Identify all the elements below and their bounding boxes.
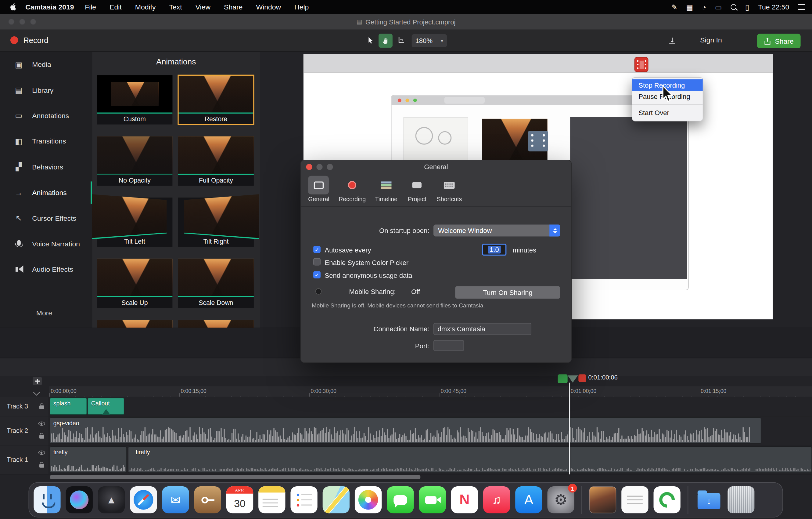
lock-icon[interactable]	[39, 435, 44, 439]
playhead-in-handle[interactable]	[558, 374, 568, 383]
lock-icon[interactable]	[39, 405, 44, 409]
port-field[interactable]	[433, 340, 464, 351]
menu-clock[interactable]: Tue 22:50	[758, 3, 789, 11]
tab-timeline[interactable]: Timeline	[375, 174, 398, 202]
track-header[interactable]: Track 2	[0, 416, 49, 445]
dock-mail-icon[interactable]: ✉	[162, 486, 189, 513]
sidebar-more-button[interactable]: More	[36, 309, 52, 317]
crop-tool-button[interactable]	[394, 34, 408, 48]
sidebar-item-behaviors[interactable]: ▞Behaviors	[0, 154, 92, 180]
animation-tile-no-opacity[interactable]: No Opacity	[97, 136, 172, 186]
dock-calendar-icon[interactable]: APR 30	[226, 486, 253, 513]
sidebar-item-library[interactable]: ▤Library	[0, 78, 92, 103]
animation-tile-tilt-right[interactable]: Tilt Right	[178, 197, 254, 247]
dock-system-preferences-icon[interactable]: ⚙ 1	[547, 486, 574, 513]
pan-tool-button[interactable]	[379, 34, 393, 48]
dialog-titlebar[interactable]: General	[301, 160, 571, 174]
sidebar-item-audio-effects[interactable]: Audio Effects	[0, 257, 92, 282]
dock-image-file-icon[interactable]	[589, 486, 616, 513]
collapse-tracks-icon[interactable]	[33, 389, 40, 395]
autosave-checkbox[interactable]: ✓	[313, 246, 321, 253]
autosave-minutes-field[interactable]: 1.0	[482, 244, 507, 255]
menu-share[interactable]: Share	[217, 3, 249, 11]
close-button[interactable]	[8, 19, 14, 25]
animation-tile-full-opacity[interactable]: Full Opacity	[178, 136, 254, 186]
apple-logo-icon[interactable]	[10, 3, 17, 11]
dock-reminders-icon[interactable]	[290, 486, 317, 513]
animation-tile-restore[interactable]: Restore	[178, 75, 254, 124]
dock-notes-icon[interactable]	[258, 486, 285, 513]
tab-recording[interactable]: Recording	[339, 174, 366, 202]
recorder-film-icon[interactable]	[635, 57, 648, 72]
dock-launchpad-icon[interactable]: ▲	[98, 486, 125, 513]
pointer-tool-button[interactable]	[364, 34, 378, 48]
canvas-zoom-dropdown[interactable]: 180% ▾	[412, 34, 447, 47]
sidebar-item-voice-narration[interactable]: Voice Narration	[0, 231, 92, 257]
clip-firefly-2[interactable]: firefly	[128, 446, 812, 473]
share-button[interactable]: Share	[757, 34, 801, 48]
dock-siri-icon[interactable]	[66, 486, 93, 513]
menu-edit[interactable]: Edit	[103, 3, 128, 11]
connection-name-field[interactable]: dmx's Camtasia	[433, 323, 531, 335]
clip-gsp-video[interactable]: gsp-video	[50, 417, 761, 444]
notification-center-icon[interactable]	[798, 4, 805, 9]
sidebar-item-media[interactable]: ▣Media	[0, 52, 92, 78]
dock-finder-icon[interactable]	[34, 486, 60, 513]
dock-music-icon[interactable]: ♫	[483, 486, 510, 513]
zoom-button[interactable]	[30, 19, 36, 25]
menu-modify[interactable]: Modify	[128, 3, 163, 11]
tab-shortcuts[interactable]: Shortcuts	[437, 174, 462, 202]
menu-item-start-over[interactable]: Start Over	[632, 107, 703, 118]
playhead-handle[interactable]	[568, 376, 578, 383]
lock-icon[interactable]	[39, 464, 44, 468]
playhead-line[interactable]	[569, 383, 570, 474]
spotlight-search-icon[interactable]	[730, 4, 736, 10]
record-button[interactable]: Record	[10, 36, 49, 45]
animation-tile-scale-up[interactable]: Scale Up	[97, 258, 172, 308]
sidebar-item-annotations[interactable]: ▭Annotations	[0, 103, 92, 129]
sign-in-button[interactable]: Sign In	[700, 36, 722, 44]
playhead-out-handle[interactable]	[578, 374, 586, 382]
usage-data-checkbox[interactable]: ✓	[313, 271, 321, 278]
eye-icon[interactable]	[38, 450, 45, 455]
add-track-button[interactable]	[33, 377, 42, 385]
dock-facetime-icon[interactable]	[419, 486, 446, 513]
timer-icon[interactable]: ◔	[702, 3, 706, 11]
menu-text[interactable]: Text	[162, 3, 188, 11]
color-picker-checkbox[interactable]	[313, 258, 321, 266]
menu-help[interactable]: Help	[288, 3, 315, 11]
pen-icon[interactable]: ✎	[671, 3, 677, 11]
animation-tile-partial[interactable]	[97, 320, 172, 328]
sidebar-item-animations[interactable]: →Animations	[0, 180, 92, 206]
dock-safari-icon[interactable]	[130, 486, 157, 513]
sidebar-item-transitions[interactable]: ◧Transitions	[0, 129, 92, 154]
startup-dropdown[interactable]: Welcome Window	[433, 224, 560, 236]
dock-trash-icon[interactable]	[727, 486, 754, 513]
clip-splash[interactable]: splash	[50, 398, 87, 415]
clip-firefly-1[interactable]: firefly	[50, 446, 127, 473]
menu-view[interactable]: View	[189, 3, 217, 11]
animation-tile-custom[interactable]: Custom	[97, 75, 172, 124]
app-menu-title[interactable]: Camtasia 2019	[25, 3, 74, 11]
dock-downloads-folder-icon[interactable]: ↓	[695, 486, 722, 513]
animation-tile-scale-down[interactable]: Scale Down	[178, 258, 254, 308]
tab-general[interactable]: General	[308, 174, 329, 202]
minimize-button[interactable]	[19, 19, 25, 25]
dock-document-icon[interactable]	[621, 486, 648, 513]
dock-news-icon[interactable]: N	[451, 486, 478, 513]
export-button[interactable]	[665, 34, 679, 48]
tab-project[interactable]: Project	[407, 174, 427, 202]
sidebar-item-cursor-effects[interactable]: ↖Cursor Effects	[0, 206, 92, 231]
turn-on-sharing-button[interactable]: Turn On Sharing	[455, 286, 560, 299]
display-mirroring-icon[interactable]: ▭	[715, 3, 722, 11]
menu-window[interactable]: Window	[249, 3, 288, 11]
dock-keychain-icon[interactable]	[194, 486, 221, 513]
eye-icon[interactable]	[38, 421, 45, 426]
track-header[interactable]: Track 1	[0, 445, 49, 474]
dock-maps-icon[interactable]	[323, 486, 350, 513]
keyboard-grid-icon[interactable]: ▦	[686, 3, 693, 11]
dock-app-store-icon[interactable]: A	[515, 486, 542, 513]
dock-photos-icon[interactable]	[355, 486, 382, 513]
dock-messages-icon[interactable]	[387, 486, 414, 513]
animation-tile-tilt-left[interactable]: Tilt Left	[97, 197, 172, 247]
